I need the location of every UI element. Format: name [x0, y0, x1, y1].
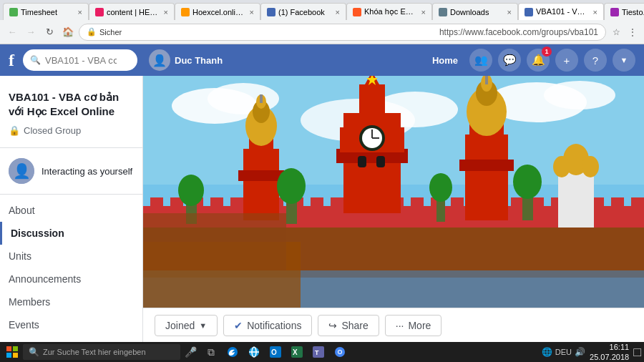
- taskbar-search-label: Zur Suche Text hier eingeben: [43, 348, 146, 356]
- tab-close-icon[interactable]: ×: [593, 8, 597, 16]
- tab-favicon: [525, 8, 533, 16]
- svg-rect-25: [451, 197, 464, 210]
- svg-point-7: [544, 81, 615, 109]
- messenger-icon[interactable]: 💬: [498, 49, 521, 72]
- svg-rect-19: [331, 197, 343, 210]
- bookmark-icon[interactable]: ☆: [609, 25, 623, 39]
- taskbar-app-edge[interactable]: [223, 342, 243, 362]
- sidebar-item-announcements[interactable]: Announcements: [0, 268, 142, 290]
- tab-close-icon[interactable]: ×: [250, 8, 254, 16]
- sidebar: VBA101 - VBA cơ bản với Học Excel Online…: [0, 76, 143, 342]
- home-button[interactable]: 🏠: [60, 24, 76, 40]
- action-bar: Joined ▼ ✔ Notifications ↪ Share ··· Mor…: [143, 308, 644, 342]
- tab-close-icon[interactable]: ×: [164, 8, 168, 16]
- tab-facebook[interactable]: (1) Facebook ×: [260, 3, 346, 20]
- svg-rect-76: [143, 213, 286, 270]
- tab-label: content | HEO Slack: [107, 8, 161, 16]
- chevron-down-icon[interactable]: ▼: [613, 49, 635, 72]
- svg-rect-44: [359, 84, 385, 117]
- joined-label: Joined: [165, 320, 195, 331]
- facebook-search-bar[interactable]: 🔍: [23, 49, 137, 71]
- sidebar-item-events[interactable]: Events: [0, 313, 142, 336]
- user-name: Duc Thanh: [175, 55, 223, 66]
- add-icon[interactable]: +: [555, 49, 578, 72]
- notification-area-icon[interactable]: □: [633, 345, 641, 360]
- sidebar-avatar: 👤: [9, 158, 34, 184]
- tab-tiesto[interactable]: Tiesto... ×: [604, 3, 644, 20]
- sidebar-user: 👤 Interacting as yourself: [0, 152, 142, 190]
- taskbar-app-chrome[interactable]: [330, 342, 350, 362]
- notification-badge: 1: [542, 47, 552, 57]
- svg-point-63: [553, 156, 570, 177]
- tab-favicon: [610, 8, 619, 16]
- reload-button[interactable]: ↻: [42, 24, 57, 40]
- svg-rect-23: [411, 197, 424, 210]
- share-button[interactable]: ↪ Share: [318, 315, 379, 336]
- facebook-header: f 🔍 👤 Duc Thanh Home 👥 💬 🔔 1 + ? ▼: [0, 44, 644, 76]
- tab-favicon: [9, 8, 18, 16]
- tab-favicon: [353, 8, 361, 16]
- network-icon: 🌐: [542, 347, 552, 357]
- tab-close-icon[interactable]: ×: [78, 8, 82, 16]
- sidebar-item-members[interactable]: Members: [0, 290, 142, 313]
- tab-downloads[interactable]: Downloads ×: [432, 3, 518, 20]
- tab-hoexcel[interactable]: Hoexcel.online - Nh... ×: [175, 3, 260, 20]
- joined-button[interactable]: Joined ▼: [155, 315, 218, 336]
- address-bar[interactable]: 🔒 Sicher https://www.facebook.com/groups…: [79, 24, 606, 41]
- svg-rect-33: [611, 197, 624, 210]
- group-type-label: Closed Group: [24, 125, 81, 136]
- sidebar-item-discussion[interactable]: Discussion: [0, 222, 142, 245]
- nav-home[interactable]: Home: [426, 52, 464, 69]
- members-label: Members: [9, 296, 50, 308]
- taskbar-search[interactable]: 🔍 Zur Suche Text hier eingeben: [23, 344, 180, 360]
- friends-icon[interactable]: 👥: [469, 49, 492, 72]
- back-button[interactable]: ←: [4, 24, 20, 40]
- svg-point-93: [338, 351, 341, 353]
- notifications-button[interactable]: ✔ Notifications: [223, 315, 312, 336]
- tab-timesheet[interactable]: Timesheet ×: [3, 3, 89, 20]
- help-icon[interactable]: ?: [584, 49, 607, 72]
- search-input[interactable]: [45, 55, 117, 66]
- tab-close-icon[interactable]: ×: [507, 8, 512, 16]
- tab-vba101-active[interactable]: VBA101 - VBA cơ bản... ×: [518, 3, 604, 20]
- taskbar-app-ie[interactable]: [244, 342, 264, 362]
- forward-button[interactable]: →: [23, 24, 39, 40]
- svg-text:T: T: [315, 349, 319, 356]
- svg-point-81: [228, 347, 238, 357]
- chevron-down-icon: ▼: [199, 321, 207, 330]
- sidebar-item-about[interactable]: About: [0, 199, 142, 222]
- mic-icon[interactable]: 🎤: [185, 346, 197, 358]
- svg-rect-54: [465, 134, 508, 220]
- tab-close-icon[interactable]: ×: [336, 8, 340, 16]
- taskbar-right: 🌐 DEU 🔊 16:11 25.07.2018 □: [542, 342, 641, 362]
- divider: [0, 147, 142, 148]
- taskbar-app-outlook[interactable]: O: [265, 342, 286, 362]
- tab-khoa-hoc[interactable]: Khóa học EX101 - Exc... ×: [346, 3, 432, 20]
- taskbar-app-excel[interactable]: X: [287, 342, 307, 362]
- tab-favicon: [181, 8, 190, 16]
- tab-heo-slack[interactable]: content | HEO Slack ×: [89, 3, 175, 20]
- more-label: More: [408, 320, 431, 331]
- start-button[interactable]: [3, 343, 21, 361]
- discussion-label: Discussion: [11, 228, 64, 239]
- taskbar-app-task-view[interactable]: ⧉: [201, 342, 221, 362]
- tab-label-active: VBA101 - VBA cơ bản...: [536, 7, 590, 16]
- sidebar-item-units[interactable]: Units: [0, 245, 142, 268]
- notifications-icon[interactable]: 🔔 1: [527, 49, 550, 72]
- svg-rect-14: [230, 197, 243, 210]
- taskbar-app-teams[interactable]: T: [308, 342, 328, 362]
- search-icon: 🔍: [30, 55, 41, 65]
- facebook-logo: f: [9, 51, 14, 70]
- tab-label: (1) Facebook: [278, 8, 325, 16]
- settings-icon[interactable]: ⋮: [625, 25, 640, 39]
- cover-photo: [143, 76, 644, 308]
- tab-close-icon[interactable]: ×: [421, 8, 426, 16]
- sidebar-user-label: Interacting as yourself: [42, 166, 132, 177]
- svg-rect-79: [6, 353, 11, 358]
- svg-rect-39: [376, 156, 385, 167]
- taskbar: 🔍 Zur Suche Text hier eingeben 🎤 ⧉ O X T…: [0, 342, 644, 362]
- svg-rect-48: [238, 170, 284, 181]
- events-label: Events: [9, 319, 39, 331]
- right-content: Joined ▼ ✔ Notifications ↪ Share ··· Mor…: [143, 76, 644, 342]
- more-button[interactable]: ··· More: [385, 315, 442, 336]
